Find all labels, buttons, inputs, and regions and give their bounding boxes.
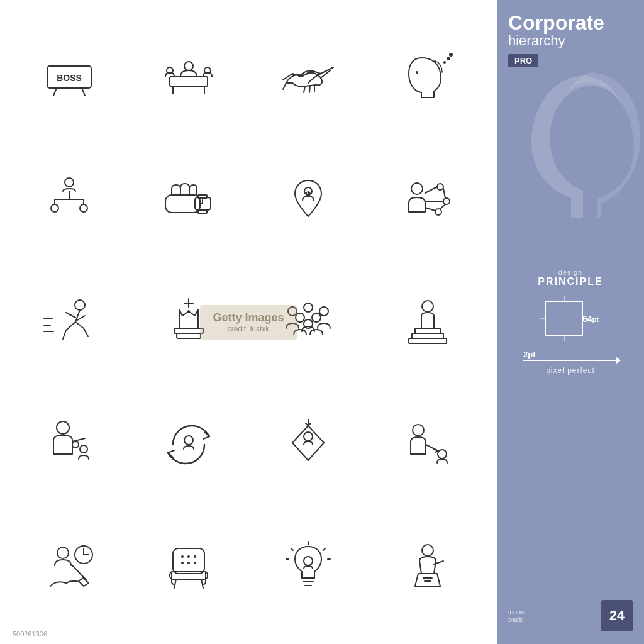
- title-corporate: Corporate: [508, 13, 633, 33]
- icon-meeting-table: [132, 19, 245, 135]
- svg-rect-58: [409, 338, 447, 343]
- icon-idea-lightbulb: [252, 509, 365, 625]
- stroke-line: [523, 360, 618, 361]
- svg-point-13: [416, 71, 418, 74]
- svg-point-32: [437, 184, 443, 190]
- svg-line-3: [82, 88, 85, 96]
- pixel-perfect-label: pixel perfect: [546, 366, 595, 375]
- arrow-top: [564, 296, 565, 302]
- icons-pack-section: icons pack 24: [508, 600, 633, 631]
- svg-point-73: [57, 547, 69, 558]
- icon-group-people: [252, 264, 365, 380]
- icon-worker-deadline: [13, 509, 126, 625]
- design-section: design PRINCIPLE: [508, 269, 633, 287]
- stroke-section: 2pt pixel perfect: [508, 355, 633, 375]
- icons-panel: BOSS: [0, 0, 497, 644]
- head-silhouette-icon: [518, 38, 644, 226]
- svg-point-10: [443, 61, 446, 64]
- svg-point-31: [411, 183, 423, 194]
- svg-point-84: [194, 562, 196, 564]
- svg-point-61: [80, 445, 87, 453]
- svg-line-86: [174, 579, 176, 588]
- svg-rect-56: [415, 328, 440, 333]
- stroke-label: 2pt: [523, 350, 536, 359]
- svg-line-30: [308, 194, 309, 194]
- svg-point-97: [422, 545, 433, 556]
- svg-text:BOSS: BOSS: [57, 73, 82, 83]
- icon-handshake: [252, 19, 365, 135]
- icon-speaker-podium: [371, 509, 484, 625]
- size-box: [545, 301, 583, 336]
- svg-rect-4: [170, 77, 208, 86]
- svg-point-55: [422, 301, 433, 312]
- svg-point-48: [187, 310, 190, 313]
- svg-line-93: [323, 548, 325, 550]
- svg-rect-57: [412, 333, 443, 338]
- icon-person-network: [371, 142, 484, 258]
- svg-point-33: [443, 198, 450, 204]
- svg-point-96: [304, 557, 313, 565]
- size-box-container: 64pt: [542, 295, 599, 342]
- arrow-left: [540, 318, 546, 319]
- svg-point-59: [57, 421, 69, 434]
- svg-line-74: [71, 564, 86, 580]
- icon-chess-king: [132, 264, 245, 380]
- svg-point-11: [447, 57, 450, 60]
- size-box-section: 64pt: [508, 295, 633, 342]
- svg-line-37: [425, 208, 435, 211]
- svg-point-34: [435, 209, 441, 215]
- svg-rect-78: [173, 548, 204, 574]
- svg-point-50: [304, 303, 313, 312]
- icon-delegation: [371, 386, 484, 502]
- arrow-bottom: [564, 335, 565, 341]
- svg-point-81: [194, 555, 196, 558]
- svg-point-49: [288, 307, 297, 316]
- icon-boss-sign: BOSS: [13, 19, 126, 135]
- icon-running-person: [13, 264, 126, 380]
- svg-rect-25: [198, 195, 207, 198]
- svg-line-60: [72, 438, 85, 441]
- svg-line-38: [443, 189, 445, 198]
- svg-point-68: [413, 425, 424, 436]
- size-label: 64pt: [582, 314, 599, 324]
- svg-point-79: [181, 555, 184, 558]
- icon-boss-authority: [13, 386, 126, 502]
- icon-thinking-head: [371, 19, 484, 135]
- icon-location-person: [252, 142, 365, 258]
- svg-rect-46: [174, 328, 203, 333]
- svg-point-83: [187, 562, 190, 564]
- svg-line-92: [291, 548, 293, 550]
- right-panel: Corporate hierarchy PRO design PRINCIPLE: [497, 0, 644, 644]
- svg-point-18: [51, 204, 58, 212]
- svg-point-5: [184, 62, 193, 70]
- svg-point-53: [312, 313, 321, 322]
- svg-point-51: [319, 307, 328, 316]
- icons-pack-text: icons pack: [508, 608, 525, 623]
- svg-line-39: [440, 204, 445, 209]
- svg-line-35: [425, 187, 437, 193]
- svg-point-82: [181, 562, 184, 564]
- svg-point-70: [438, 450, 447, 458]
- icon-smartwatch: [132, 142, 245, 258]
- stroke-line-container: 2pt: [523, 360, 618, 361]
- svg-point-62: [72, 441, 79, 448]
- svg-rect-47: [177, 333, 201, 338]
- icon-ceo-chair: [132, 509, 245, 625]
- icon-org-chart: [13, 142, 126, 258]
- svg-point-12: [449, 53, 453, 57]
- svg-rect-26: [198, 210, 207, 213]
- icon-person-podium: [371, 264, 484, 380]
- icon-cycle-person: [132, 386, 245, 502]
- svg-line-2: [53, 88, 57, 96]
- svg-point-80: [187, 555, 190, 558]
- svg-point-20: [80, 204, 87, 212]
- svg-point-63: [184, 436, 193, 445]
- svg-point-43: [75, 300, 85, 310]
- license-id: 500261306: [13, 630, 47, 638]
- svg-point-52: [296, 313, 304, 322]
- pack-number: 24: [601, 600, 633, 631]
- icon-person-arrow-down: [252, 386, 365, 502]
- design-label: design: [508, 269, 633, 276]
- svg-line-87: [201, 579, 203, 588]
- svg-point-64: [304, 432, 313, 441]
